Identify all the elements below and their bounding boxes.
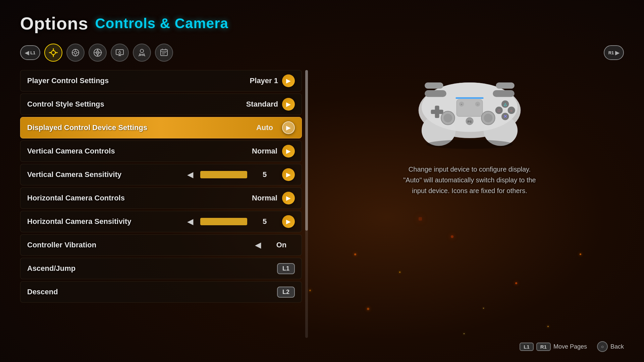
player-control-settings-text: Player 1	[250, 76, 278, 85]
misc-icon	[160, 48, 168, 57]
svg-text:PS: PS	[468, 120, 472, 123]
page-title: Options	[20, 13, 88, 34]
tab-left-button[interactable]: ◀ L1	[20, 45, 40, 60]
svg-point-19	[140, 49, 144, 53]
ascend-jump-value: L1	[277, 263, 295, 274]
vertical-camera-controls-text: Normal	[251, 147, 278, 156]
control-style-settings-row[interactable]: Control Style Settings Standard ▶	[20, 94, 302, 115]
controller-vibration-value: ◀ On	[252, 239, 295, 251]
horizontal-camera-sensitivity-row[interactable]: Horizontal Camera Sensitivity ◀ 5 ▶	[20, 211, 302, 232]
svg-rect-40	[431, 110, 443, 114]
info-text: Change input device to configure display…	[399, 164, 540, 196]
ascend-jump-row[interactable]: Ascend/Jump L1	[20, 258, 302, 279]
tab-icon-character[interactable]	[133, 44, 151, 62]
vertical-camera-controls-value: Normal ▶	[251, 145, 295, 158]
svg-text:≡: ≡	[461, 103, 462, 106]
tab-icon-camera[interactable]	[89, 44, 107, 62]
tab-icon-misc[interactable]	[155, 44, 173, 62]
dpad-icon	[49, 48, 58, 57]
r1-badge: R1	[536, 343, 551, 351]
page-subtitle: Controls & Camera	[95, 15, 228, 32]
display-control-device-value: Auto ▶	[251, 121, 295, 134]
controller-vibration-left-btn[interactable]: ◀	[252, 239, 264, 251]
svg-marker-2	[52, 55, 54, 56]
horizontal-camera-controls-text: Normal	[251, 194, 278, 202]
player-control-settings-arrow[interactable]: ▶	[282, 74, 295, 87]
settings-area: Player Control Settings Player 1 ▶ Contr…	[20, 70, 624, 338]
settings-list: Player Control Settings Player 1 ▶ Contr…	[20, 70, 302, 338]
svg-text:○: ○	[477, 103, 478, 106]
svg-marker-3	[50, 52, 51, 54]
vertical-camera-controls-arrow[interactable]: ▶	[282, 145, 295, 158]
display-control-device-row[interactable]: Displayed Control Device Settings Auto ▶	[20, 117, 302, 138]
ascend-jump-label: Ascend/Jump	[27, 264, 75, 273]
vertical-sensitivity-slider[interactable]	[200, 171, 247, 178]
move-pages-hint: L1 R1 Move Pages	[520, 343, 587, 351]
horizontal-sensitivity-right-btn[interactable]: ▶	[282, 215, 295, 228]
tab-right-label: R1	[608, 50, 614, 55]
display-control-device-text: Auto	[251, 123, 278, 132]
svg-point-16	[119, 52, 121, 54]
controller-image: △ □ ✕ ○ PS ≡ ○	[406, 70, 533, 150]
right-panel: △ □ ✕ ○ PS ≡ ○	[315, 70, 624, 338]
svg-rect-34	[425, 90, 446, 97]
l1-badge: L1	[520, 343, 534, 351]
vertical-camera-sensitivity-row[interactable]: Vertical Camera Sensitivity ◀ 5 ▶	[20, 164, 302, 185]
scrollbar[interactable]	[305, 70, 308, 338]
svg-point-44	[443, 114, 452, 122]
control-style-settings-label: Control Style Settings	[27, 100, 104, 109]
tab-icon-controls[interactable]	[44, 44, 62, 62]
controller-svg: △ □ ✕ ○ PS ≡ ○	[406, 70, 533, 150]
vertical-sensitivity-right-btn[interactable]: ▶	[282, 168, 295, 181]
player-control-settings-row[interactable]: Player Control Settings Player 1 ▶	[20, 70, 302, 92]
horizontal-sensitivity-slider[interactable]	[200, 218, 247, 225]
tab-icon-aim[interactable]	[66, 44, 85, 62]
control-style-settings-arrow[interactable]: ▶	[282, 98, 295, 111]
move-pages-label: Move Pages	[553, 343, 587, 350]
horizontal-camera-controls-row[interactable]: Horizontal Camera Controls Normal ▶	[20, 187, 302, 209]
descend-value: L2	[277, 287, 295, 298]
bottom-bar: L1 R1 Move Pages ○ Back	[20, 338, 624, 352]
svg-rect-35	[425, 82, 443, 88]
back-hint: ○ Back	[597, 341, 624, 352]
horizontal-camera-controls-arrow[interactable]: ▶	[282, 192, 295, 204]
ascend-jump-badge: L1	[277, 263, 295, 274]
vertical-camera-controls-row[interactable]: Vertical Camera Controls Normal ▶	[20, 140, 302, 162]
tab-right-button[interactable]: R1 ▶	[604, 45, 624, 60]
scrollbar-thumb	[305, 70, 308, 231]
controller-vibration-label: Controller Vibration	[27, 241, 96, 249]
control-style-settings-value: Standard ▶	[246, 98, 295, 111]
horizontal-camera-sensitivity-value: ◀ 5 ▶	[184, 215, 295, 228]
vertical-sensitivity-text: 5	[251, 170, 278, 179]
player-control-settings-value: Player 1 ▶	[250, 74, 295, 87]
horizontal-camera-controls-label: Horizontal Camera Controls	[27, 194, 125, 202]
vertical-sensitivity-left-btn[interactable]: ◀	[184, 169, 196, 181]
tab-icon-display[interactable]	[111, 44, 129, 62]
svg-text:□: □	[498, 109, 500, 113]
svg-text:○: ○	[510, 109, 513, 113]
vertical-camera-sensitivity-label: Vertical Camera Sensitivity	[27, 170, 121, 179]
player-control-settings-label: Player Control Settings	[27, 76, 109, 85]
descend-badge: L2	[277, 287, 295, 298]
descend-row[interactable]: Descend L2	[20, 281, 302, 303]
circle-icon: ○	[597, 341, 608, 352]
horizontal-camera-controls-value: Normal ▶	[251, 192, 295, 204]
svg-marker-4	[55, 52, 57, 54]
svg-rect-59	[455, 97, 483, 99]
tab-left-label: L1	[30, 50, 35, 55]
descend-label: Descend	[27, 288, 58, 296]
display-icon	[115, 48, 124, 57]
tab-bar: ◀ L1	[20, 44, 624, 62]
display-control-device-label: Displayed Control Device Settings	[27, 123, 147, 132]
horizontal-camera-sensitivity-label: Horizontal Camera Sensitivity	[27, 217, 131, 226]
header: Options Controls & Camera	[20, 13, 624, 34]
controller-vibration-text: On	[268, 241, 295, 249]
horizontal-sensitivity-left-btn[interactable]: ◀	[184, 216, 196, 228]
controller-vibration-row[interactable]: Controller Vibration ◀ On	[20, 234, 302, 256]
display-control-device-arrow[interactable]: ▶	[282, 121, 295, 134]
svg-text:△: △	[503, 102, 507, 106]
vertical-camera-sensitivity-value: ◀ 5 ▶	[184, 168, 295, 181]
svg-rect-36	[493, 90, 515, 97]
right-arrow-icon: ▶	[615, 50, 619, 56]
character-icon	[138, 48, 146, 57]
